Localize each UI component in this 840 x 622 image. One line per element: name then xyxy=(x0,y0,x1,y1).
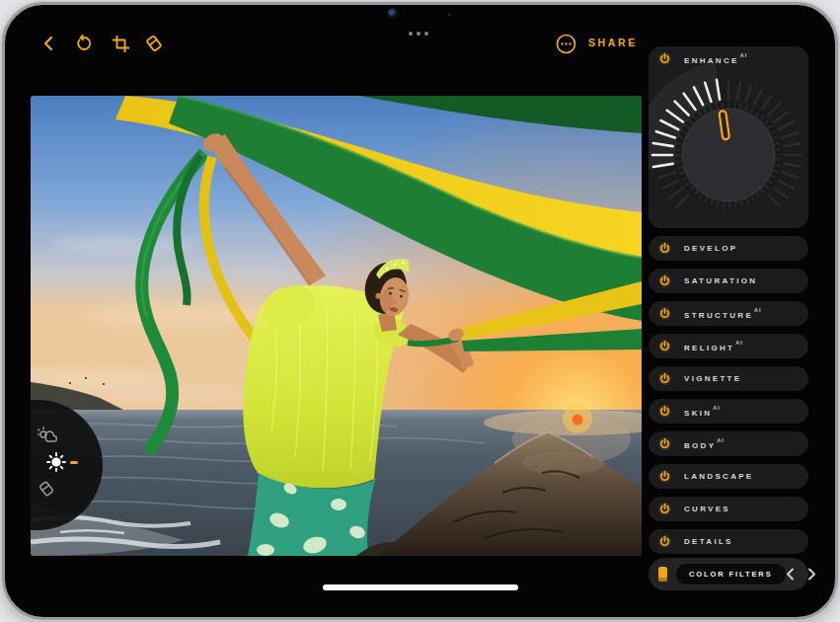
sensor-dot xyxy=(447,13,451,17)
power-icon[interactable] xyxy=(658,52,671,65)
tool-row[interactable]: VIGNETTE xyxy=(649,366,808,391)
eraser-icon[interactable] xyxy=(143,33,165,54)
ai-badge: AI xyxy=(754,307,762,313)
photo-scene xyxy=(31,96,642,556)
enhance-card[interactable]: ENHANCEAI xyxy=(649,46,808,228)
multitasking-dots[interactable] xyxy=(409,32,428,36)
undo-arrow-icon[interactable] xyxy=(73,33,95,54)
tool-row-label: STRUCTUREAI xyxy=(684,307,762,320)
back-chevron-icon[interactable] xyxy=(38,33,59,54)
tool-row-label: SATURATION xyxy=(684,276,757,285)
tool-row[interactable]: DETAILS xyxy=(649,529,808,554)
tool-row[interactable]: SATURATION xyxy=(649,269,808,293)
tool-row-label: DETAILS xyxy=(684,537,733,546)
tool-list: DEVELOP SATURATION STRUCTUREAI xyxy=(649,236,808,554)
home-indicator[interactable] xyxy=(323,584,518,590)
power-icon[interactable] xyxy=(658,307,671,320)
power-icon[interactable] xyxy=(658,340,671,352)
front-camera xyxy=(388,9,397,18)
tool-row-label: VIGNETTE xyxy=(684,374,741,383)
tool-row-label: DEVELOP xyxy=(684,244,737,253)
tool-row-label: BODYAI xyxy=(684,437,725,450)
power-icon[interactable] xyxy=(658,470,671,483)
relight-brush-icon[interactable] xyxy=(38,426,57,445)
selected-tool-marker xyxy=(70,461,78,464)
tool-row[interactable]: BODYAI xyxy=(649,431,808,456)
power-icon[interactable] xyxy=(658,274,671,287)
tool-row[interactable]: SKINAI xyxy=(649,399,808,424)
ai-badge: AI xyxy=(713,405,721,411)
ai-badge: AI xyxy=(717,437,725,443)
ai-badge: AI xyxy=(735,340,743,346)
tool-row[interactable]: CURVES xyxy=(649,497,808,521)
enhance-header: ENHANCEAI xyxy=(649,46,808,71)
tool-row[interactable]: RELIGHTAI xyxy=(649,334,808,358)
share-button[interactable]: SHARE xyxy=(588,37,638,48)
ai-badge: AI xyxy=(740,52,748,58)
tool-row-label: SKINAI xyxy=(684,405,721,418)
chevron-right-icon[interactable] xyxy=(807,568,816,581)
power-icon[interactable] xyxy=(658,535,671,548)
tool-row[interactable]: STRUCTUREAI xyxy=(649,301,808,326)
chevron-left-icon[interactable] xyxy=(786,568,795,581)
photo-canvas[interactable] xyxy=(31,96,642,556)
tool-row-label: RELIGHTAI xyxy=(684,340,743,352)
repair-eraser-icon[interactable] xyxy=(37,479,56,499)
more-options-icon[interactable] xyxy=(555,33,576,54)
tool-row[interactable]: DEVELOP xyxy=(649,236,808,261)
power-icon[interactable] xyxy=(658,372,671,385)
brightness-adjust-icon[interactable] xyxy=(46,452,66,472)
tool-row-label: CURVES xyxy=(684,505,730,513)
power-icon[interactable] xyxy=(658,242,671,255)
tool-row[interactable]: LANDSCAPE xyxy=(649,464,808,489)
color-filters-bar: COLOR FILTERS xyxy=(649,558,808,590)
enhance-label: ENHANCEAI xyxy=(684,52,747,65)
power-icon[interactable] xyxy=(658,437,671,450)
power-icon[interactable] xyxy=(658,503,671,515)
power-icon[interactable] xyxy=(658,405,671,418)
crop-icon[interactable] xyxy=(110,33,131,54)
stage: SHARE xyxy=(0,0,840,622)
tool-row-label: LANDSCAPE xyxy=(684,472,753,481)
color-filters-icon[interactable] xyxy=(658,567,667,582)
enhance-knob[interactable] xyxy=(649,46,808,228)
color-filters-button[interactable]: COLOR FILTERS xyxy=(676,564,786,584)
